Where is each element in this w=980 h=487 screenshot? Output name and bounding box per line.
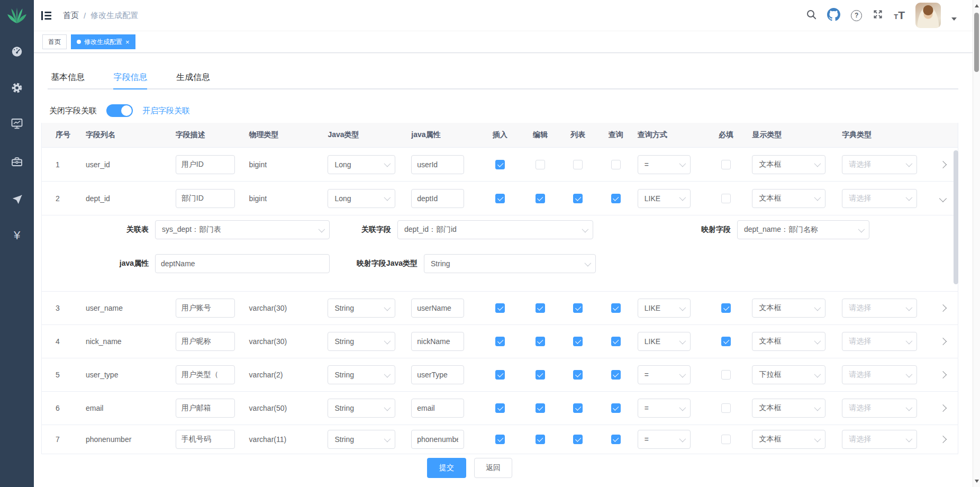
required-checkbox[interactable] <box>721 337 731 346</box>
edit-checkbox[interactable] <box>536 370 545 380</box>
github-icon[interactable] <box>827 8 840 23</box>
scroll-down-arrow-icon[interactable] <box>975 480 979 483</box>
sidebar-item-toolbox-icon[interactable] <box>11 156 23 169</box>
back-button[interactable]: 返回 <box>474 458 512 478</box>
list-checkbox[interactable] <box>573 160 583 169</box>
query-type-select[interactable]: LIKE <box>638 332 691 351</box>
expand-chevron-icon[interactable] <box>939 338 947 345</box>
required-checkbox[interactable] <box>721 403 731 413</box>
relation-field-select[interactable]: dept_id：部门id <box>397 220 593 239</box>
list-checkbox[interactable] <box>573 370 583 380</box>
java-field-input[interactable] <box>411 155 464 174</box>
html-type-select[interactable]: 文本框 <box>752 399 825 418</box>
dict-type-select[interactable]: 请选择 <box>842 155 917 174</box>
page-scrollbar[interactable] <box>973 0 980 487</box>
query-checkbox[interactable] <box>611 435 621 444</box>
list-checkbox[interactable] <box>573 337 583 346</box>
required-checkbox[interactable] <box>721 370 731 380</box>
required-checkbox[interactable] <box>721 303 731 313</box>
java-type-select[interactable]: Long <box>328 189 395 208</box>
java-field-input[interactable] <box>411 189 464 208</box>
mapping-field-select[interactable]: dept_name：部门名称 <box>737 220 869 239</box>
insert-checkbox[interactable] <box>495 303 505 313</box>
sidebar-item-yuan-icon[interactable] <box>14 229 20 242</box>
tab-gen-info[interactable]: 生成信息 <box>176 65 210 89</box>
edit-checkbox[interactable] <box>536 337 545 346</box>
html-type-select[interactable]: 文本框 <box>752 189 825 208</box>
expand-chevron-icon[interactable] <box>939 160 947 168</box>
dict-type-select[interactable]: 请选择 <box>842 299 917 318</box>
expand-chevron-icon[interactable] <box>939 436 947 443</box>
column-desc-input[interactable] <box>176 299 235 318</box>
query-checkbox[interactable] <box>611 403 621 413</box>
mapping-java-type-select[interactable]: String <box>424 254 596 273</box>
fullscreen-icon[interactable] <box>873 9 883 22</box>
column-desc-input[interactable] <box>176 365 235 384</box>
list-checkbox[interactable] <box>573 403 583 413</box>
java-attr-input[interactable] <box>155 254 330 273</box>
html-type-select[interactable]: 下拉框 <box>752 365 825 384</box>
dict-type-select[interactable]: 请选择 <box>842 189 917 208</box>
sidebar-item-paper-plane-icon[interactable] <box>11 194 23 208</box>
java-field-input[interactable] <box>411 365 464 384</box>
html-type-select[interactable]: 文本框 <box>752 155 825 174</box>
java-field-input[interactable] <box>411 332 464 351</box>
user-avatar[interactable] <box>915 3 941 28</box>
dict-type-select[interactable]: 请选择 <box>842 332 917 351</box>
html-type-select[interactable]: 文本框 <box>752 299 825 318</box>
java-type-select[interactable]: String <box>328 399 395 418</box>
query-checkbox[interactable] <box>611 303 621 313</box>
insert-checkbox[interactable] <box>495 160 505 169</box>
insert-checkbox[interactable] <box>495 370 505 380</box>
query-type-select[interactable]: LIKE <box>638 189 691 208</box>
query-type-select[interactable]: = <box>638 155 691 174</box>
edit-checkbox[interactable] <box>536 403 545 413</box>
dict-type-select[interactable]: 请选择 <box>842 399 917 418</box>
html-type-select[interactable]: 文本框 <box>752 332 825 351</box>
sidebar-item-monitor-icon[interactable] <box>11 118 23 131</box>
list-checkbox[interactable] <box>573 435 583 444</box>
java-type-select[interactable]: String <box>328 430 395 449</box>
column-desc-input[interactable] <box>176 189 235 208</box>
breadcrumb-home-link[interactable]: 首页 <box>63 11 79 21</box>
edit-checkbox[interactable] <box>536 303 545 313</box>
relation-switch[interactable] <box>106 104 133 117</box>
fold-menu-icon[interactable] <box>41 11 51 20</box>
sidebar-item-system-gear-icon[interactable] <box>11 82 23 96</box>
column-desc-input[interactable] <box>176 332 235 351</box>
collapse-chevron-icon[interactable] <box>939 194 947 202</box>
search-icon[interactable] <box>806 10 816 22</box>
insert-checkbox[interactable] <box>495 194 505 203</box>
required-checkbox[interactable] <box>721 160 731 169</box>
java-field-input[interactable] <box>411 430 464 449</box>
query-type-select[interactable]: LIKE <box>638 299 691 318</box>
expand-chevron-icon[interactable] <box>939 304 947 312</box>
column-desc-input[interactable] <box>176 399 235 418</box>
dict-type-select[interactable]: 请选择 <box>842 430 917 449</box>
sidebar-item-dashboard-icon[interactable] <box>12 46 23 59</box>
insert-checkbox[interactable] <box>495 337 505 346</box>
html-type-select[interactable]: 文本框 <box>752 430 825 449</box>
tag-gen-config[interactable]: 修改生成配置 × <box>71 34 135 49</box>
query-checkbox[interactable] <box>611 370 621 380</box>
dict-type-select[interactable]: 请选择 <box>842 365 917 384</box>
edit-checkbox[interactable] <box>536 435 545 444</box>
expand-chevron-icon[interactable] <box>939 404 947 412</box>
query-type-select[interactable]: = <box>638 430 691 449</box>
java-type-select[interactable]: String <box>328 299 395 318</box>
tag-home[interactable]: 首页 <box>42 34 67 49</box>
list-checkbox[interactable] <box>573 303 583 313</box>
relation-table-select[interactable]: sys_dept：部门表 <box>155 220 330 239</box>
query-checkbox[interactable] <box>611 337 621 346</box>
query-checkbox[interactable] <box>611 160 621 169</box>
query-checkbox[interactable] <box>611 194 621 203</box>
column-desc-input[interactable] <box>176 430 235 449</box>
edit-checkbox[interactable] <box>536 194 545 203</box>
edit-checkbox[interactable] <box>536 160 545 169</box>
query-type-select[interactable]: = <box>638 399 691 418</box>
close-icon[interactable]: × <box>125 39 130 46</box>
java-field-input[interactable] <box>411 399 464 418</box>
page-scrollbar-thumb[interactable] <box>974 13 979 72</box>
required-checkbox[interactable] <box>721 435 731 444</box>
caret-down-icon[interactable] <box>951 17 957 21</box>
